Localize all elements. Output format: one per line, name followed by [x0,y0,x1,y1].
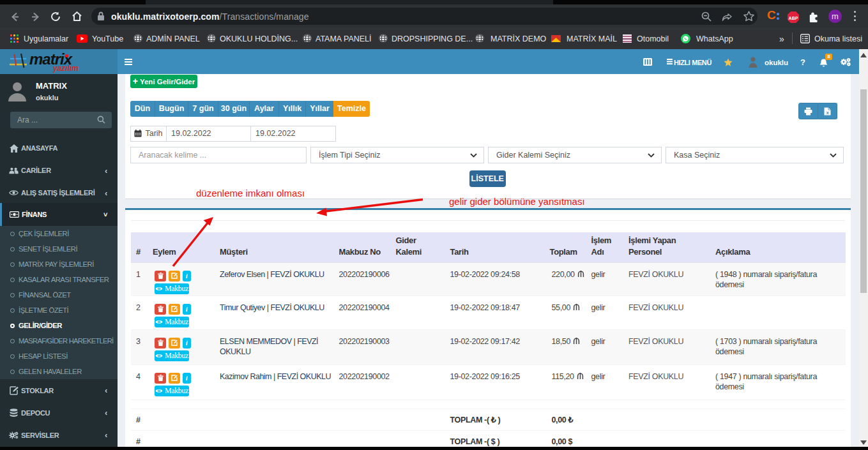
svg-text:ABP: ABP [789,16,798,20]
